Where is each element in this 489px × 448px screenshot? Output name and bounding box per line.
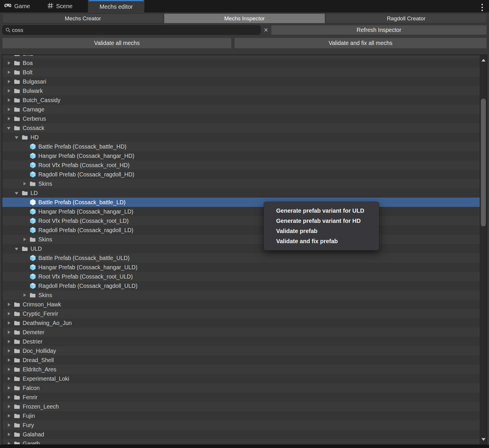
- tree-row-folder[interactable]: Boa: [2, 58, 480, 68]
- grid-icon: [47, 3, 53, 10]
- expand-arrow-icon[interactable]: [23, 182, 27, 186]
- tree-row-folder[interactable]: Skins: [2, 179, 480, 188]
- expand-arrow-icon[interactable]: [7, 312, 11, 316]
- tree-row-folder[interactable]: Cossack: [2, 123, 480, 133]
- expand-arrow-icon[interactable]: [7, 432, 11, 436]
- tree-row-folder[interactable]: Galahad: [2, 430, 480, 439]
- tree-row-folder[interactable]: Fury: [2, 420, 480, 430]
- context-menu-item[interactable]: Generate prefab variant for HD: [264, 216, 379, 226]
- tree-row-folder[interactable]: Demeter: [2, 328, 480, 337]
- tree-row-folder[interactable]: Fenrir: [2, 393, 480, 402]
- tree-row-folder[interactable]: Doc_Holliday: [2, 346, 480, 355]
- tree-row-folder[interactable]: Falcon: [2, 383, 480, 393]
- expand-arrow-icon[interactable]: [7, 107, 11, 111]
- tree-row-label: Fenrir: [23, 393, 37, 402]
- tree-row-prefab[interactable]: Battle Prefab (Cossack_battle_ULD): [2, 253, 480, 263]
- expand-arrow-icon[interactable]: [7, 321, 11, 325]
- more-options-kebab-icon[interactable]: [481, 3, 483, 12]
- tree-row-folder[interactable]: Gareth: [2, 439, 480, 444]
- expand-arrow-icon[interactable]: [7, 442, 11, 444]
- tree-row-folder[interactable]: Experimental_Loki: [2, 374, 480, 383]
- collapse-arrow-icon[interactable]: [7, 126, 11, 130]
- tree-row-folder[interactable]: Bulwark: [2, 86, 480, 95]
- expand-arrow-icon[interactable]: [23, 237, 27, 241]
- refresh-inspector-button[interactable]: Refresh Inspector: [271, 25, 487, 35]
- expand-arrow-icon[interactable]: [7, 339, 11, 344]
- tree-row-folder[interactable]: Bulgasari: [2, 77, 480, 86]
- expand-arrow-icon[interactable]: [7, 358, 11, 362]
- tree-row-prefab[interactable]: Root Vfx Prefab (Cossack_root_ULD): [2, 272, 480, 281]
- tree-row-folder[interactable]: Blitz: [2, 55, 480, 58]
- tree-row-folder[interactable]: Carnage: [2, 105, 480, 114]
- collapse-arrow-icon[interactable]: [15, 191, 19, 195]
- tree-row-folder[interactable]: Deathwing_Ao_Jun: [2, 318, 480, 328]
- collapse-arrow-icon[interactable]: [15, 135, 19, 139]
- tree-row-prefab[interactable]: Battle Prefab (Cossack_battle_HD): [2, 142, 480, 151]
- scroll-up-arrow-icon[interactable]: [481, 59, 486, 62]
- vertical-scrollbar[interactable]: [480, 55, 487, 444]
- tree-row-folder[interactable]: Cryptic_Fenrir: [2, 309, 480, 318]
- expand-arrow-icon[interactable]: [7, 404, 11, 409]
- tree-row-folder[interactable]: Butch_Cassidy: [2, 95, 480, 105]
- tab-mechs-editor[interactable]: Mechs editor: [88, 0, 144, 12]
- tree-row-folder[interactable]: Skins: [2, 290, 480, 300]
- tab-scene[interactable]: Scene: [47, 0, 73, 12]
- tree-row-prefab[interactable]: Root Vfx Prefab (Cossack_root_HD): [2, 160, 480, 170]
- expand-arrow-icon[interactable]: [23, 293, 27, 297]
- clear-search-icon[interactable]: ✕: [261, 27, 271, 33]
- tree-row-folder[interactable]: Frozen_Leech: [2, 402, 480, 411]
- tab-game[interactable]: Game: [4, 0, 30, 12]
- tree-row-prefab[interactable]: Ragdoll Prefab (Cossack_ragdoll_LD): [2, 225, 480, 235]
- tab-mechs-creator[interactable]: Mechs Creator: [2, 14, 163, 23]
- expand-arrow-icon[interactable]: [7, 330, 11, 334]
- expand-arrow-icon[interactable]: [7, 70, 11, 74]
- expand-arrow-icon[interactable]: [7, 302, 11, 306]
- tree-row-folder[interactable]: ULD: [2, 244, 480, 253]
- expand-arrow-icon[interactable]: [7, 386, 11, 390]
- context-menu-item[interactable]: Validate prefab: [264, 226, 379, 236]
- validate-all-mechs-button[interactable]: Validate all mechs: [2, 38, 231, 48]
- tree-row-folder[interactable]: Eldritch_Ares: [2, 365, 480, 374]
- tree-row-folder[interactable]: Dread_Shell: [2, 355, 480, 365]
- folder-icon: [14, 440, 20, 444]
- tree-row-folder[interactable]: HD: [2, 133, 480, 142]
- expand-arrow-icon[interactable]: [7, 61, 11, 65]
- tree-row-folder[interactable]: LD: [2, 188, 480, 198]
- prefab-cube-icon: [30, 143, 36, 150]
- expand-arrow-icon[interactable]: [7, 423, 11, 427]
- expand-arrow-icon[interactable]: [7, 367, 11, 371]
- tree-row-prefab[interactable]: Hangar Prefab (Cossack_hangar_ULD): [2, 263, 480, 272]
- context-menu-item[interactable]: Generate prefab variant for ULD: [264, 206, 379, 216]
- tree-row-folder[interactable]: Destrier: [2, 337, 480, 346]
- tree-row-prefab[interactable]: Root Vfx Prefab (Cossack_root_LD): [2, 216, 480, 225]
- search-input[interactable]: [2, 25, 261, 35]
- expand-arrow-icon[interactable]: [7, 349, 11, 353]
- tree-row-folder[interactable]: Skins: [2, 235, 480, 244]
- context-menu-item[interactable]: Validate and fix prefab: [264, 236, 379, 246]
- tree-row-prefab[interactable]: Ragdoll Prefab (Cossack_ragdoll_HD): [2, 170, 480, 179]
- tree-row-prefab[interactable]: Ragdoll Prefab (Cossack_ragdoll_ULD): [2, 281, 480, 290]
- tree-row-folder[interactable]: Cerberus: [2, 114, 480, 123]
- tree-row-folder[interactable]: Fujin: [2, 411, 480, 420]
- folder-icon: [14, 115, 20, 122]
- tab-mechs-inspector[interactable]: Mechs Inspector: [164, 14, 325, 23]
- tree-row-prefab[interactable]: Hangar Prefab (Cossack_hangar_LD): [2, 207, 480, 216]
- validate-and-fix-all-mechs-button[interactable]: Validate and fix all mechs: [234, 38, 487, 48]
- expand-arrow-icon[interactable]: [7, 80, 11, 84]
- expand-arrow-icon[interactable]: [7, 117, 11, 121]
- expand-arrow-icon[interactable]: [7, 414, 11, 418]
- tree-row-prefab[interactable]: Battle Prefab (Cossack_battle_LD): [2, 198, 480, 207]
- expand-arrow-icon[interactable]: [7, 55, 11, 56]
- scrollbar-thumb[interactable]: [481, 99, 486, 226]
- tree-row-label: Ragdoll Prefab (Cossack_ragdoll_ULD): [38, 281, 137, 290]
- tree-row-folder[interactable]: Crimson_Hawk: [2, 300, 480, 309]
- tree-row-prefab[interactable]: Hangar Prefab (Cossack_hangar_HD): [2, 151, 480, 160]
- collapse-arrow-icon[interactable]: [15, 247, 19, 251]
- expand-arrow-icon[interactable]: [7, 395, 11, 399]
- tab-ragdoll-creator[interactable]: Ragdoll Creator: [326, 14, 487, 23]
- scroll-down-arrow-icon[interactable]: [481, 438, 486, 441]
- expand-arrow-icon[interactable]: [7, 377, 11, 381]
- expand-arrow-icon[interactable]: [7, 98, 11, 102]
- tree-row-folder[interactable]: Bolt: [2, 68, 480, 77]
- expand-arrow-icon[interactable]: [7, 89, 11, 93]
